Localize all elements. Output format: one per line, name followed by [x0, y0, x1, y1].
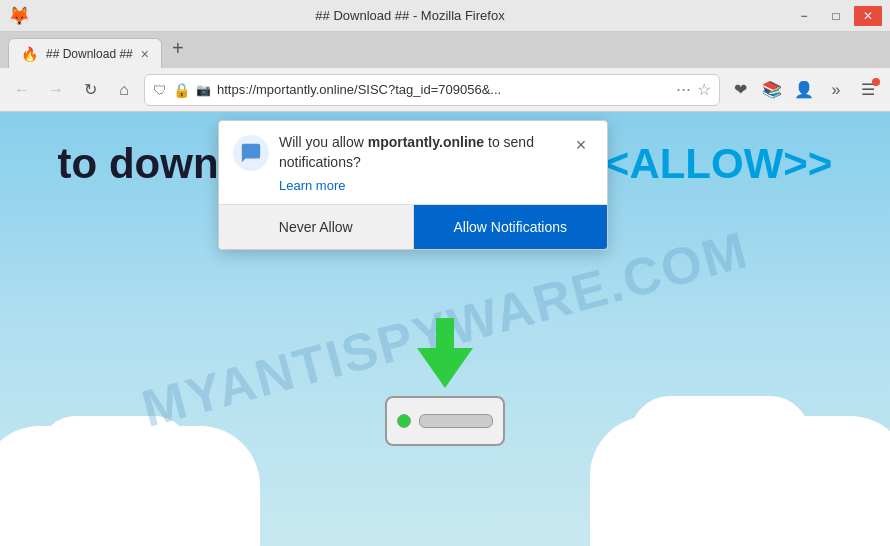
browser-window: 🦊 ## Download ## - Mozilla Firefox − □ ✕…: [0, 0, 890, 546]
allow-notifications-button[interactable]: Allow Notifications: [414, 205, 608, 249]
notification-popup: Will you allow mportantly.online to send…: [218, 120, 608, 250]
chevron-right-icon: »: [832, 81, 841, 99]
minimize-button[interactable]: −: [790, 6, 818, 26]
popup-header: Will you allow mportantly.online to send…: [219, 121, 607, 176]
never-allow-button[interactable]: Never Allow: [219, 205, 414, 249]
url-display: https://mportantly.online/SISC?tag_id=70…: [217, 82, 670, 97]
hard-drive-icon: [385, 396, 505, 446]
lock-icon: 🔒: [173, 82, 190, 98]
back-button[interactable]: ←: [8, 76, 36, 104]
library-button[interactable]: 📚: [758, 76, 786, 104]
window-title: ## Download ## - Mozilla Firefox: [30, 8, 790, 23]
window-controls: − □ ✕: [790, 6, 882, 26]
reload-icon: ↻: [84, 80, 97, 99]
arrow-stem: [436, 318, 454, 348]
page-content: MYANTISPYWARE.COM to download the file, …: [0, 112, 890, 546]
sync-button[interactable]: 👤: [790, 76, 818, 104]
shield-icon: 🛡: [153, 82, 167, 98]
firefox-logo-icon: 🦊: [8, 5, 30, 27]
tab-close-icon[interactable]: ×: [141, 46, 149, 62]
back-icon: ←: [14, 81, 30, 99]
camera-icon: 📷: [196, 83, 211, 97]
notification-badge: [872, 78, 880, 86]
forward-icon: →: [48, 81, 64, 99]
download-icon-container: [385, 358, 505, 446]
arrow-down-icon: [417, 348, 473, 388]
tab-bar: 🔥 ## Download ## × +: [0, 32, 890, 68]
home-button[interactable]: ⌂: [110, 76, 138, 104]
popup-close-button[interactable]: ×: [569, 133, 593, 157]
browser-tab[interactable]: 🔥 ## Download ## ×: [8, 38, 162, 68]
chat-bubble-icon: [233, 135, 269, 171]
more-tools-button[interactable]: »: [822, 76, 850, 104]
reload-button[interactable]: ↻: [76, 76, 104, 104]
new-tab-button[interactable]: +: [164, 35, 192, 63]
pocket-button[interactable]: ❤: [726, 76, 754, 104]
popup-site-name: mportantly.online: [368, 134, 484, 150]
menu-button[interactable]: ☰: [854, 76, 882, 104]
title-bar: 🦊 ## Download ## - Mozilla Firefox − □ ✕: [0, 0, 890, 32]
close-button[interactable]: ✕: [854, 6, 882, 26]
tab-title: ## Download ##: [46, 47, 133, 61]
pocket-icon: ❤: [734, 80, 747, 99]
popup-actions: Never Allow Allow Notifications: [219, 204, 607, 249]
learn-more-link[interactable]: Learn more: [279, 178, 345, 193]
title-bar-left: 🦊: [8, 5, 30, 27]
hdd-light: [397, 414, 411, 428]
forward-button[interactable]: →: [42, 76, 70, 104]
page-text-highlight: <<ALLOW>>: [580, 140, 832, 187]
address-bar[interactable]: 🛡 🔒 📷 https://mportantly.online/SISC?tag…: [144, 74, 720, 106]
nav-right-icons: ❤ 📚 👤 » ☰: [726, 76, 882, 104]
library-icon: 📚: [762, 80, 782, 99]
cloud-small-right: [630, 396, 810, 476]
popup-msg-prefix: Will you allow: [279, 134, 368, 150]
more-options-icon[interactable]: ···: [676, 79, 691, 100]
home-icon: ⌂: [119, 81, 129, 99]
sync-icon: 👤: [794, 80, 814, 99]
popup-learn-more: Learn more: [219, 176, 607, 204]
maximize-button[interactable]: □: [822, 6, 850, 26]
tab-favicon-icon: 🔥: [21, 46, 38, 62]
popup-message: Will you allow mportantly.online to send…: [279, 133, 559, 172]
bookmark-icon[interactable]: ☆: [697, 80, 711, 99]
nav-bar: ← → ↻ ⌂ 🛡 🔒 📷 https://mportantly.online/…: [0, 68, 890, 112]
cloud-small-left: [40, 416, 190, 486]
hdd-slot: [419, 414, 493, 428]
